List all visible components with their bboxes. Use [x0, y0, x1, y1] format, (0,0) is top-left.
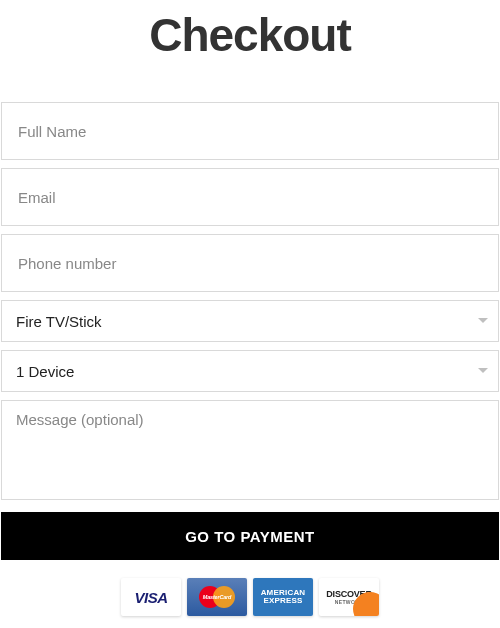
- discover-logo: DISCOVER NETWORK: [319, 578, 379, 616]
- page-title: Checkout: [0, 8, 500, 62]
- device-count-value: 1 Device: [16, 363, 74, 380]
- chevron-down-icon: [478, 318, 488, 324]
- visa-text: VISA: [134, 589, 167, 606]
- device-type-select[interactable]: Fire TV/Stick: [1, 300, 499, 342]
- amex-logo: AMERICAN EXPRESS: [253, 578, 313, 616]
- full-name-input[interactable]: [1, 102, 499, 160]
- go-to-payment-button[interactable]: GO TO PAYMENT: [1, 512, 499, 560]
- phone-input[interactable]: [1, 234, 499, 292]
- payment-methods: VISA MasterCard AMERICAN EXPRESS DISCOVE…: [0, 578, 500, 628]
- mastercard-logo: MasterCard: [187, 578, 247, 616]
- device-type-value: Fire TV/Stick: [16, 313, 102, 330]
- message-textarea[interactable]: [1, 400, 499, 500]
- visa-logo: VISA: [121, 578, 181, 616]
- device-count-select[interactable]: 1 Device: [1, 350, 499, 392]
- checkout-form: Fire TV/Stick 1 Device GO TO PAYMENT: [0, 102, 500, 578]
- amex-text-2: EXPRESS: [263, 597, 302, 605]
- mastercard-icon: MasterCard: [199, 586, 235, 608]
- email-input[interactable]: [1, 168, 499, 226]
- chevron-down-icon: [478, 368, 488, 374]
